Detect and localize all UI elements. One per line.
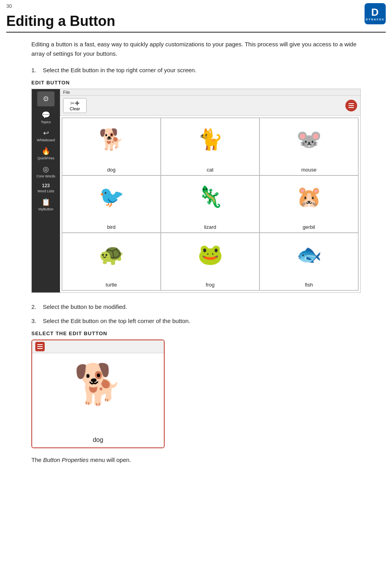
- wordlists-icon: 123: [42, 183, 50, 188]
- s2-top-bar: [32, 340, 164, 353]
- turtle-label: turtle: [106, 282, 117, 288]
- final-italic: Button Properties: [43, 456, 89, 463]
- menu-hamburger-icon[interactable]: [345, 100, 357, 111]
- sidebar-label-whiteboard: Whiteboard: [37, 138, 55, 142]
- dog-label: dog: [107, 167, 116, 173]
- corewords-icon: ◎: [43, 165, 49, 173]
- step-1: 1. Select the Edit button in the top rig…: [31, 66, 361, 75]
- sidebar-label-quickfires: QuickFires: [37, 156, 54, 160]
- final-suffix: menu will open.: [89, 456, 131, 463]
- step-3: 3. Select the Edit button on the top lef…: [31, 316, 361, 326]
- clear-label: Clear: [70, 106, 80, 111]
- fish-label: fish: [305, 282, 313, 288]
- intro-text: Editing a button is a fast, easy way to …: [31, 40, 361, 58]
- s2-dog-label: dog: [93, 436, 103, 444]
- whiteboard-icon: ↩: [43, 129, 49, 137]
- mouse-label: mouse: [301, 167, 316, 173]
- cat-image: 🐈: [161, 118, 259, 161]
- sidebar-item-corewords[interactable]: ◎ Core Words: [34, 163, 58, 180]
- logo-letter: D: [371, 7, 379, 17]
- dynavox-logo: D DYNAVOX: [365, 3, 386, 24]
- bird-image: 🐦: [62, 176, 160, 219]
- toolbar-row: ✂✚ Clear: [60, 96, 360, 116]
- fish-image: 🐟: [260, 233, 358, 276]
- main-area: File ✂✚ Clear 🐕 dog 🐈 cat: [60, 89, 360, 292]
- s2-line-3: [37, 348, 43, 349]
- grid-cell-fish[interactable]: 🐟 fish: [260, 233, 358, 290]
- sidebar-label-topics: Topics: [41, 120, 51, 124]
- sidebar-label-mybutton: MyButton: [38, 207, 53, 211]
- section1-label: Edit Button: [31, 80, 361, 86]
- grid-cell-turtle[interactable]: 🐢 turtle: [62, 233, 161, 290]
- sidebar-item-topics[interactable]: 💬 Topics: [34, 109, 58, 126]
- section2-label: Select the Edit button: [31, 330, 361, 336]
- screenshot-select-edit: 🐕 dog: [31, 340, 165, 448]
- lizard-image: 🦎: [161, 176, 259, 219]
- grid-cell-gerbil[interactable]: 🐹 gerbil: [260, 175, 358, 233]
- gerbil-label: gerbil: [303, 224, 315, 230]
- gear-icon: ⚙: [43, 95, 49, 103]
- quickfires-icon: 🔥: [42, 147, 50, 155]
- grid-cell-dog[interactable]: 🐕 dog: [62, 118, 161, 175]
- page-title: Editing a Button: [0, 9, 392, 32]
- logo-name: DYNAVOX: [366, 18, 385, 21]
- hamburger-line-2: [348, 105, 354, 106]
- clear-icon: ✂✚: [70, 100, 80, 106]
- hamburger-line-3: [348, 107, 354, 108]
- grid-cell-frog[interactable]: 🐸 frog: [161, 233, 260, 290]
- dog-image: 🐕: [62, 118, 160, 161]
- clear-button[interactable]: ✂✚ Clear: [63, 98, 87, 113]
- s2-line-2: [37, 346, 43, 347]
- file-menu-bar: File: [60, 89, 360, 96]
- sidebar-label-wordlists: Word Lists: [38, 189, 54, 193]
- hamburger-line-1: [348, 103, 354, 104]
- animal-grid: 🐕 dog 🐈 cat 🐭 mouse 🐦 bird 🦎 lizard 🐹: [62, 117, 359, 291]
- mouse-image: 🐭: [260, 118, 358, 161]
- step-2: 2. Select the button to be modified.: [31, 302, 361, 312]
- final-prefix: The: [31, 456, 43, 463]
- grid-cell-lizard[interactable]: 🦎 lizard: [161, 175, 260, 233]
- turtle-image: 🐢: [62, 233, 160, 276]
- frog-image: 🐸: [161, 233, 259, 276]
- s2-dog-image: 🐕: [74, 361, 123, 407]
- frog-label: frog: [206, 282, 214, 288]
- grid-cell-bird[interactable]: 🐦 bird: [62, 175, 161, 233]
- sidebar-gear[interactable]: ⚙: [37, 91, 54, 106]
- sidebar-label-corewords: Core Words: [36, 174, 55, 178]
- s2-menu-icon[interactable]: [35, 342, 45, 351]
- lizard-label: lizard: [204, 224, 216, 230]
- s2-dog-cell[interactable]: 🐕 dog: [32, 353, 164, 447]
- grid-cell-mouse[interactable]: 🐭 mouse: [260, 118, 358, 175]
- sidebar-item-mybutton[interactable]: 📋 MyButton: [34, 196, 58, 213]
- cat-label: cat: [207, 167, 213, 173]
- screenshot-edit-button: ⚙ 💬 Topics ↩ Whiteboard 🔥 QuickFires ◎ C…: [31, 89, 361, 293]
- title-divider: [6, 32, 386, 33]
- bird-label: bird: [107, 224, 116, 230]
- mybutton-icon: 📋: [42, 198, 50, 206]
- sidebar-item-wordlists[interactable]: 123 Word Lists: [34, 181, 58, 195]
- s2-line-1: [37, 344, 43, 345]
- topics-icon: 💬: [42, 111, 50, 119]
- sidebar-item-quickfires[interactable]: 🔥 QuickFires: [34, 145, 58, 162]
- gerbil-image: 🐹: [260, 176, 358, 219]
- page-number: 30: [0, 0, 392, 9]
- final-text: The Button Properties menu will open.: [31, 455, 361, 465]
- grid-cell-cat[interactable]: 🐈 cat: [161, 118, 260, 175]
- sidebar-item-whiteboard[interactable]: ↩ Whiteboard: [34, 127, 58, 144]
- sidebar: ⚙ 💬 Topics ↩ Whiteboard 🔥 QuickFires ◎ C…: [32, 89, 60, 292]
